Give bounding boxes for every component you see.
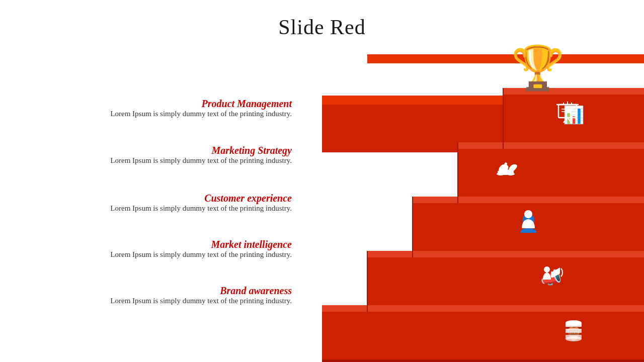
s3-front: [458, 149, 644, 197]
label-market-intelligence: Market intelligence Lorem Ipsum is simpl…: [110, 239, 292, 259]
labels-area: Product Management Lorem Ipsum is simply…: [0, 50, 322, 362]
step-1-desc: Lorem Ipsum is simply dummy text of the …: [110, 297, 292, 305]
pyramid-svg-main: 🏺 📣 👤 ♟ 📊: [292, 50, 644, 362]
step-5-title: Product Management: [110, 98, 292, 110]
s0-top: [322, 305, 644, 312]
step-2-desc: Lorem Ipsum is simply dummy text of the …: [110, 250, 292, 259]
step-4-title: Marketing Strategy: [110, 145, 292, 156]
s2-icon: 👤: [518, 213, 539, 234]
content-area: Product Management Lorem Ipsum is simply…: [0, 50, 644, 362]
s2-top: [413, 197, 644, 203]
s4-icon: 📊: [563, 105, 585, 125]
step-2-title: Market intelligence: [110, 239, 292, 250]
label-customer-experience: Customer experience Lorem Ipsum is simpl…: [110, 193, 292, 213]
label-marketing-strategy: Marketing Strategy Lorem Ipsum is simply…: [110, 145, 292, 165]
page-title: Slide Red: [0, 0, 644, 39]
s3-top: [458, 142, 644, 149]
s0-bottom: [322, 359, 644, 362]
trophy-icon: 🏆: [511, 43, 565, 93]
step-5-desc: Lorem Ipsum is simply dummy text of the …: [110, 110, 292, 118]
s0-front: [322, 312, 644, 359]
s1-front: [367, 257, 644, 305]
label-product-management: Product Management Lorem Ipsum is simply…: [110, 98, 292, 118]
step-1-title: Brand awareness: [110, 285, 292, 297]
s3-icon: ♟: [498, 159, 513, 178]
s1-top: [367, 251, 644, 257]
step-3-desc: Lorem Ipsum is simply dummy text of the …: [110, 204, 292, 213]
s0-icon: 🏺: [562, 321, 585, 342]
label-brand-awareness: Brand awareness Lorem Ipsum is simply du…: [110, 285, 292, 305]
pyramid-area: 🏆: [292, 50, 644, 362]
step-4-desc: Lorem Ipsum is simply dummy text of the …: [110, 156, 292, 165]
step-3-title: Customer experience: [110, 193, 292, 204]
s1-icon: 📣: [540, 267, 562, 288]
